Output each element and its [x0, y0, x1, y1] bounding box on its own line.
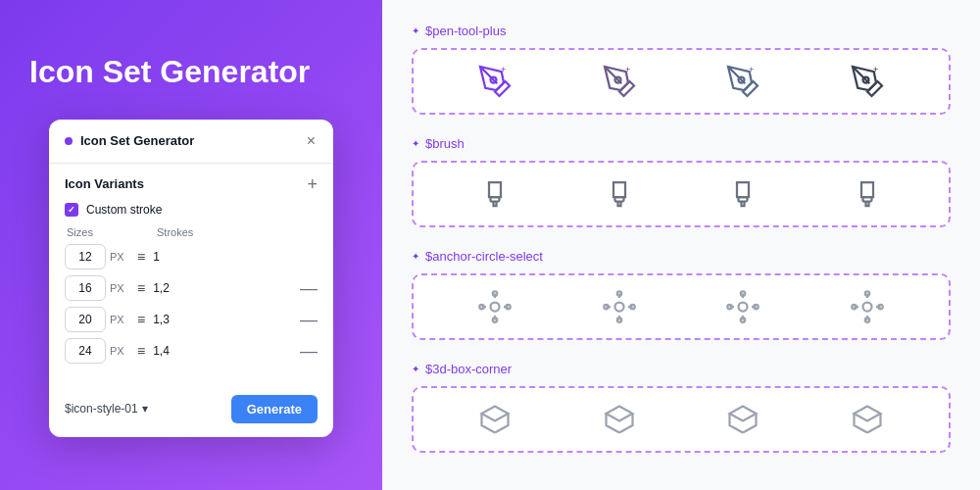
dialog-header: Icon Set Generator ×	[49, 120, 333, 164]
icon-cell-anchor-4	[806, 289, 930, 324]
svg-point-27	[862, 303, 871, 312]
unit-label-1: PX	[110, 251, 129, 263]
stroke-icon-1: ≡	[137, 249, 145, 265]
dialog-header-left: Icon Set Generator	[65, 133, 194, 148]
custom-stroke-row: Custom stroke	[65, 203, 318, 217]
stroke-value-2: 1,2	[153, 281, 176, 295]
size-input-3[interactable]	[65, 307, 106, 332]
stroke-value-4: 1,4	[153, 344, 176, 358]
pen-tool-plus-icon-4: +	[850, 64, 885, 99]
icon-cell-brush-4	[806, 176, 930, 212]
size-row-3: PX ≡ 1,3 —	[65, 307, 318, 332]
group-title-pen-tool-plus: $pen-tool-plus	[412, 24, 951, 38]
icon-cell-box-4	[806, 402, 930, 437]
icon-cell-anchor-2	[558, 289, 682, 324]
dialog-card: Icon Set Generator × Icon Variants + Cus…	[49, 120, 333, 437]
generate-button[interactable]: Generate	[231, 395, 318, 423]
unit-label-3: PX	[110, 314, 129, 325]
size-input-1[interactable]	[65, 244, 106, 270]
anchor-circle-select-icon-1	[477, 289, 513, 324]
size-row-1: PX ≡ 1	[65, 244, 318, 270]
remove-row-2[interactable]: —	[300, 279, 318, 297]
3d-box-corner-icon-1	[477, 402, 513, 437]
icon-row-anchor	[412, 273, 951, 340]
dialog-title: Icon Set Generator	[80, 133, 194, 148]
icon-cell-pen-2: +	[558, 64, 682, 99]
svg-text:+: +	[501, 65, 506, 74]
stroke-value-3: 1,3	[153, 313, 176, 326]
unit-label-4: PX	[110, 345, 129, 357]
strokes-col-header: Strokes	[157, 226, 193, 238]
section-header: Icon Variants +	[65, 175, 318, 193]
stroke-icon-3: ≡	[137, 312, 145, 327]
sizes-col-header: Sizes	[67, 226, 145, 238]
app-title: Icon Set Generator	[29, 54, 310, 90]
icon-cell-box-1	[433, 402, 558, 437]
anchor-circle-select-icon-2	[602, 289, 637, 324]
custom-stroke-checkbox[interactable]	[65, 203, 78, 217]
brush-icon-1	[477, 176, 513, 212]
add-variant-button[interactable]: +	[307, 175, 318, 193]
svg-rect-11	[862, 197, 871, 202]
variants-label: Icon Variants	[65, 176, 144, 191]
size-input-2[interactable]	[65, 275, 106, 301]
table-headers: Sizes Strokes	[65, 226, 318, 238]
icon-cell-pen-1: +	[433, 64, 558, 99]
icon-row-3d-box	[412, 386, 951, 453]
3d-box-corner-icon-3	[725, 402, 760, 437]
svg-rect-9	[614, 197, 623, 202]
icon-cell-pen-3: +	[681, 64, 806, 99]
icon-cell-box-2	[558, 402, 682, 437]
unit-label-2: PX	[110, 282, 129, 294]
style-selector[interactable]: $icon-style-01 ▾	[65, 402, 148, 416]
right-panel: $pen-tool-plus + + +	[382, 0, 980, 490]
svg-text:+: +	[749, 65, 754, 74]
svg-point-22	[739, 303, 748, 312]
pen-tool-plus-icon-3: +	[725, 64, 760, 99]
group-name-anchor: $anchor-circle-select	[425, 249, 543, 264]
size-input-4[interactable]	[65, 338, 106, 364]
size-row-4: PX ≡ 1,4 —	[65, 338, 318, 364]
dialog-footer: $icon-style-01 ▾ Generate	[49, 385, 333, 437]
remove-row-3[interactable]: —	[300, 311, 318, 328]
dialog-body: Icon Variants + Custom stroke Sizes Stro…	[49, 164, 333, 385]
style-selector-label: $icon-style-01	[65, 402, 138, 416]
icon-cell-brush-1	[433, 176, 558, 212]
3d-box-corner-icon-2	[602, 402, 637, 437]
stroke-value-1: 1	[153, 250, 176, 264]
icon-row-brush	[412, 161, 951, 227]
group-title-anchor: $anchor-circle-select	[412, 249, 951, 264]
anchor-circle-select-icon-4	[850, 289, 885, 324]
pen-tool-plus-icon-2: +	[602, 64, 637, 99]
group-name-3d-box: $3d-box-corner	[425, 362, 512, 376]
icon-group-3d-box: $3d-box-corner	[412, 362, 951, 453]
size-row-2: PX ≡ 1,2 —	[65, 275, 318, 301]
svg-text:+: +	[625, 65, 630, 74]
icon-group-pen-tool-plus: $pen-tool-plus + + +	[412, 24, 951, 115]
dialog-dot	[65, 137, 73, 145]
icon-cell-pen-4: +	[806, 64, 930, 99]
icon-group-brush: $brush	[412, 136, 951, 227]
custom-stroke-label: Custom stroke	[86, 203, 162, 217]
icon-cell-brush-3	[681, 176, 806, 212]
brush-icon-2	[602, 176, 637, 212]
group-name-brush: $brush	[425, 136, 465, 151]
left-panel: Icon Set Generator Icon Set Generator × …	[0, 0, 382, 490]
remove-row-4[interactable]: —	[300, 342, 318, 360]
icon-row-pen-tool-plus: + + + +	[412, 48, 951, 115]
stroke-icon-4: ≡	[137, 343, 145, 359]
group-name-pen-tool-plus: $pen-tool-plus	[425, 24, 506, 38]
3d-box-corner-icon-4	[850, 402, 885, 437]
group-title-3d-box: $3d-box-corner	[412, 362, 951, 376]
pen-tool-plus-icon-1: +	[477, 64, 513, 99]
close-button[interactable]: ×	[305, 131, 318, 151]
anchor-circle-select-icon-3	[725, 289, 760, 324]
icon-cell-anchor-3	[681, 289, 806, 324]
icon-cell-box-3	[681, 402, 806, 437]
group-title-brush: $brush	[412, 136, 951, 151]
svg-rect-10	[739, 197, 748, 202]
chevron-down-icon: ▾	[142, 402, 148, 416]
svg-rect-8	[491, 197, 500, 202]
svg-text:+: +	[873, 65, 878, 74]
svg-point-17	[614, 303, 623, 312]
